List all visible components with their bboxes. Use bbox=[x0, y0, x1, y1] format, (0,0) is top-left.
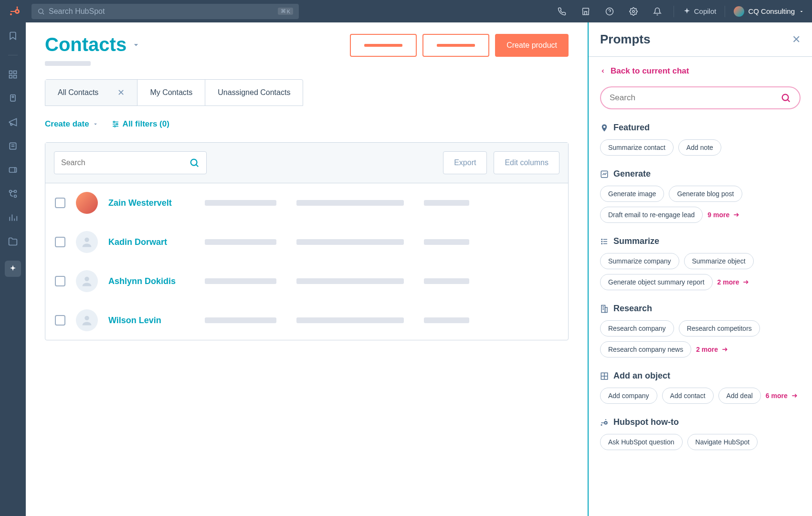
sparkle-icon bbox=[683, 7, 691, 16]
phone-icon[interactable] bbox=[554, 4, 569, 19]
prompt-chip[interactable]: Summarize contact bbox=[600, 139, 674, 156]
folder-icon[interactable] bbox=[8, 237, 18, 246]
workflows-icon[interactable] bbox=[8, 189, 18, 199]
row-checkbox[interactable] bbox=[55, 198, 65, 208]
tab-all-contacts[interactable]: All Contacts ✕ bbox=[45, 80, 137, 105]
back-link[interactable]: Back to current chat bbox=[600, 66, 801, 76]
help-icon[interactable] bbox=[602, 4, 617, 19]
prompt-chip[interactable]: Generate object summary report bbox=[600, 274, 713, 290]
ticket-icon[interactable] bbox=[8, 165, 18, 175]
export-button[interactable]: Export bbox=[443, 151, 487, 174]
svg-rect-10 bbox=[10, 71, 12, 74]
prompt-chip[interactable]: Research company bbox=[600, 320, 674, 337]
company-name: CQ Consulting bbox=[748, 7, 795, 15]
cell-skeleton bbox=[205, 200, 276, 206]
svg-line-7 bbox=[42, 13, 44, 14]
prompt-chip[interactable]: Add contact bbox=[662, 388, 714, 404]
contact-avatar bbox=[76, 270, 98, 292]
contact-avatar bbox=[76, 192, 98, 214]
prompt-chip[interactable]: Add deal bbox=[718, 388, 761, 404]
global-search[interactable]: Search HubSpot ⌘K bbox=[32, 4, 299, 19]
svg-point-33 bbox=[191, 159, 197, 166]
prompt-chip[interactable]: Draft email to re-engage lead bbox=[600, 207, 703, 223]
svg-point-44 bbox=[601, 241, 602, 242]
contact-avatar bbox=[76, 309, 98, 331]
close-icon[interactable]: ✕ bbox=[117, 87, 125, 98]
search-placeholder: Search HubSpot bbox=[49, 7, 105, 16]
more-link[interactable]: 2 more bbox=[696, 346, 728, 353]
contact-name-link[interactable]: Ashlynn Dokidis bbox=[108, 276, 194, 286]
reports-icon[interactable] bbox=[8, 213, 18, 222]
svg-rect-5 bbox=[17, 7, 18, 10]
tab-unassigned[interactable]: Unassigned Contacts bbox=[205, 80, 303, 105]
row-checkbox[interactable] bbox=[55, 237, 65, 247]
filter-all[interactable]: All filters (0) bbox=[111, 119, 169, 129]
prompt-chip[interactable]: Research competitors bbox=[679, 320, 760, 337]
svg-point-62 bbox=[601, 424, 602, 425]
prompt-chip[interactable]: Add company bbox=[600, 388, 657, 404]
action-outline-2[interactable] bbox=[422, 34, 489, 57]
prompt-chip[interactable]: Add note bbox=[678, 139, 721, 156]
panel-title: Prompts bbox=[600, 32, 650, 47]
prompts-search-input[interactable] bbox=[610, 93, 780, 103]
left-nav bbox=[0, 22, 26, 516]
contact-name-link[interactable]: Wilson Levin bbox=[108, 316, 194, 326]
company-avatar bbox=[734, 6, 744, 17]
prompt-chip[interactable]: Summarize object bbox=[684, 253, 754, 269]
prompt-chip[interactable]: Research company news bbox=[600, 341, 691, 358]
prompt-section: Featured Summarize contactAdd note bbox=[600, 123, 801, 156]
copilot-button[interactable]: Copilot bbox=[683, 7, 717, 16]
svg-point-31 bbox=[116, 124, 117, 125]
table-search-input[interactable] bbox=[61, 158, 189, 167]
company-switcher[interactable]: CQ Consulting bbox=[734, 6, 804, 17]
page-title[interactable]: Contacts bbox=[45, 34, 141, 55]
svg-rect-13 bbox=[10, 75, 12, 78]
prompt-chip[interactable]: Summarize company bbox=[600, 253, 679, 269]
table-search[interactable] bbox=[54, 151, 207, 174]
kbd-shortcut: ⌘K bbox=[278, 8, 293, 15]
contact-name-link[interactable]: Zain Westervelt bbox=[108, 198, 194, 208]
marketplace-icon[interactable] bbox=[578, 4, 593, 19]
section-header: Hubspot how-to bbox=[600, 417, 801, 427]
more-link[interactable]: 2 more bbox=[717, 278, 750, 286]
section-title: Hubspot how-to bbox=[613, 417, 679, 427]
cell-skeleton bbox=[424, 239, 469, 245]
row-checkbox[interactable] bbox=[55, 315, 65, 326]
row-checkbox[interactable] bbox=[55, 276, 65, 286]
megaphone-icon[interactable] bbox=[8, 117, 18, 127]
tab-my-contacts[interactable]: My Contacts bbox=[137, 80, 205, 105]
nav-copilot-active[interactable] bbox=[5, 261, 21, 277]
grid-icon[interactable] bbox=[8, 70, 18, 79]
table-row: Wilson Levin bbox=[45, 301, 568, 340]
section-title: Add an object bbox=[613, 371, 670, 381]
cell-skeleton bbox=[205, 317, 276, 323]
svg-point-38 bbox=[782, 95, 789, 101]
table-row: Zain Westervelt bbox=[45, 183, 568, 222]
prompt-chip[interactable]: Generate blog post bbox=[669, 186, 742, 202]
prompt-section: Summarize Summarize companySummarize obj… bbox=[600, 236, 801, 290]
section-header: Generate bbox=[600, 169, 801, 179]
settings-icon[interactable] bbox=[626, 4, 641, 19]
action-outline-1[interactable] bbox=[350, 34, 417, 57]
search-icon bbox=[37, 8, 45, 15]
person-icon[interactable] bbox=[8, 94, 18, 103]
notifications-icon[interactable] bbox=[650, 4, 665, 19]
article-icon[interactable] bbox=[8, 141, 18, 151]
contact-name-link[interactable]: Kadin Dorwart bbox=[108, 237, 194, 247]
search-icon bbox=[780, 93, 791, 103]
copilot-label: Copilot bbox=[694, 7, 717, 15]
more-link[interactable]: 6 more bbox=[766, 392, 798, 400]
close-icon[interactable]: ✕ bbox=[792, 33, 801, 46]
hubspot-logo-icon[interactable] bbox=[8, 4, 22, 19]
chevron-down-icon bbox=[799, 9, 804, 14]
more-link[interactable]: 9 more bbox=[707, 211, 740, 219]
create-product-button[interactable]: Create product bbox=[495, 34, 569, 57]
prompt-chip[interactable]: Navigate HubSpot bbox=[687, 434, 758, 450]
bookmark-icon[interactable] bbox=[8, 31, 18, 41]
prompt-chip[interactable]: Generate image bbox=[600, 186, 664, 202]
svg-point-30 bbox=[113, 121, 115, 123]
filter-create-date[interactable]: Create date bbox=[45, 119, 99, 129]
edit-columns-button[interactable]: Edit columns bbox=[494, 151, 559, 174]
prompt-chip[interactable]: Ask HubSpot question bbox=[600, 434, 683, 450]
prompts-search[interactable] bbox=[600, 86, 801, 109]
